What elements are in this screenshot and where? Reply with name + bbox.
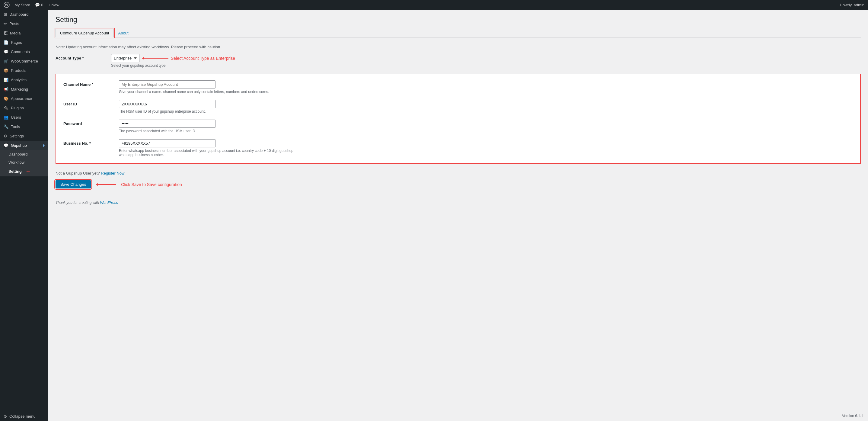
register-link-row: Not a Gupshup User yet? Register Now [56,169,861,180]
dashboard-icon: ⊞ [4,12,7,17]
appearance-icon: 🎨 [4,96,8,101]
user-id-row: User ID The HSM user ID of your gupshup … [63,100,853,114]
comment-icon: 💬 [35,3,40,7]
sidebar-item-posts[interactable]: ✏ Posts [0,19,48,28]
save-changes-button[interactable]: Save Changes [56,180,91,188]
sidebar-item-comments[interactable]: 💬 Comments [0,47,48,57]
sidebar-item-tools[interactable]: 🔧 Tools [0,122,48,131]
plugins-icon: 🔌 [4,106,8,110]
enterprise-form-section: Channel Name * Give your channel a name.… [56,74,861,164]
version-text: Version 6.1.1 [842,414,863,418]
channel-name-input[interactable] [119,80,216,89]
submenu-item-setting[interactable]: Setting ← [0,167,48,176]
collapse-menu-button[interactable]: ⊙ Collapse menu [0,412,48,421]
comment-count: 0 [41,3,43,7]
account-type-annotation-wrap: Select Account Type as Enterprise [144,56,235,61]
sidebar-item-pages[interactable]: 📄 Pages [0,38,48,47]
save-arrowhead [96,183,98,186]
user-id-label: User ID [63,100,112,106]
register-link-text: Register Now [101,171,124,176]
tabs-bar: Configure Gupshup Account About [56,29,861,37]
save-arrow-line [98,184,116,185]
submenu-dashboard-label: Dashboard [8,152,28,156]
sidebar-item-analytics[interactable]: 📊 Analytics [0,75,48,85]
footer-link-text: WordPress [100,201,118,205]
woocommerce-icon: 🛒 [4,59,8,63]
submenu-setting-label: Setting [8,169,22,174]
sidebar-item-label: Tools [11,124,20,129]
user-id-input[interactable] [119,100,216,108]
submenu-item-workflow[interactable]: Workflow [0,158,48,167]
arrow-line [144,58,168,59]
sidebar-item-media[interactable]: 🖼 Media [0,28,48,38]
sidebar-item-label: Products [11,68,26,73]
account-type-row: Account Type * Enterprise Standard [56,54,861,68]
user-id-help: The HSM user ID of your gupshup enterpri… [119,109,300,114]
password-input[interactable] [119,120,216,128]
admin-bar-left: W My Store 💬 0 + New [4,2,59,8]
posts-icon: ✏ [4,22,7,26]
account-type-field: Enterprise Standard Select Accoun [111,54,861,68]
register-now-link[interactable]: Register Now [101,171,124,176]
submenu-item-dashboard[interactable]: Dashboard [0,150,48,158]
sidebar-item-label: Comments [11,50,30,54]
sidebar-item-plugins[interactable]: 🔌 Plugins [0,103,48,113]
sidebar-item-label: Gupshup [11,143,27,148]
svg-text:W: W [5,3,8,7]
sidebar-item-dashboard[interactable]: ⊞ Dashboard [0,10,48,19]
save-section: Save Changes Click Save to Save configur… [56,180,861,188]
sidebar-item-label: Plugins [11,106,24,110]
footer-text: Thank you for creating with [56,201,99,205]
sidebar-item-label: Settings [10,134,24,138]
footer-wp-link[interactable]: WordPress [100,201,118,205]
red-arrow-left [144,58,168,59]
admin-bar: W My Store 💬 0 + New Howdy, admin [0,0,868,10]
tab-configure[interactable]: Configure Gupshup Account [56,29,114,37]
sidebar: ⊞ Dashboard ✏ Posts 🖼 Media 📄 Pages 💬 Co… [0,10,48,421]
collapse-icon: ⊙ [4,414,7,419]
sidebar-item-label: Pages [11,40,22,45]
sidebar-item-users[interactable]: 👥 Users [0,113,48,122]
gupshup-icon: 💬 [4,143,8,148]
account-type-help: Select your gupshup account type. [111,63,292,68]
sidebar-item-products[interactable]: 📦 Products [0,66,48,75]
comments-item[interactable]: 💬 0 [35,3,43,7]
tab-about[interactable]: About [114,29,133,37]
sidebar-item-marketing[interactable]: 📢 Marketing [0,85,48,94]
account-type-select[interactable]: Enterprise Standard [111,54,140,62]
sidebar-item-label: WooCommerce [11,59,38,63]
password-label: Password [63,120,112,126]
comments-nav-icon: 💬 [4,50,8,54]
wp-logo-icon: W [4,2,10,8]
sidebar-item-settings[interactable]: ⚙ Settings [0,131,48,141]
store-name-item[interactable]: My Store [14,3,30,7]
password-row: Password The password associated with th… [63,120,853,133]
password-help: The password associated with the HSM use… [119,129,300,133]
sidebar-item-appearance[interactable]: 🎨 Appearance [0,94,48,103]
business-no-row: Business No. * Enter whatsapp business n… [63,139,853,157]
products-icon: 📦 [4,68,8,73]
marketing-icon: 📢 [4,87,8,91]
users-icon: 👥 [4,115,8,120]
sidebar-item-woocommerce[interactable]: 🛒 WooCommerce [0,57,48,66]
wp-logo-item[interactable]: W [4,2,10,8]
tab-configure-label: Configure Gupshup Account [60,31,109,35]
account-type-annotation-text: Select Account Type as Enterprise [171,56,235,61]
new-item[interactable]: + New [48,3,59,7]
account-type-select-wrap: Enterprise Standard Select Accoun [111,54,861,62]
business-no-input[interactable] [119,139,216,147]
arrowhead [142,57,144,60]
channel-name-field: Give your channel a name. channel name c… [119,80,853,94]
sidebar-item-gupshup[interactable]: 💬 Gupshup [0,141,48,150]
sidebar-item-label: Users [11,115,21,120]
sidebar-item-label: Marketing [11,87,28,91]
user-id-field: The HSM user ID of your gupshup enterpri… [119,100,853,114]
admin-greeting: Howdy, admin [840,3,864,7]
store-name: My Store [14,3,30,7]
notice-bar: Note: Updating account information may a… [56,42,861,54]
analytics-icon: 📊 [4,78,8,82]
business-no-label: Business No. * [63,139,112,146]
save-annotation-text: Click Save to Save configuration [121,182,182,187]
pages-icon: 📄 [4,40,8,45]
notice-text: Note: Updating account information may a… [56,45,221,49]
